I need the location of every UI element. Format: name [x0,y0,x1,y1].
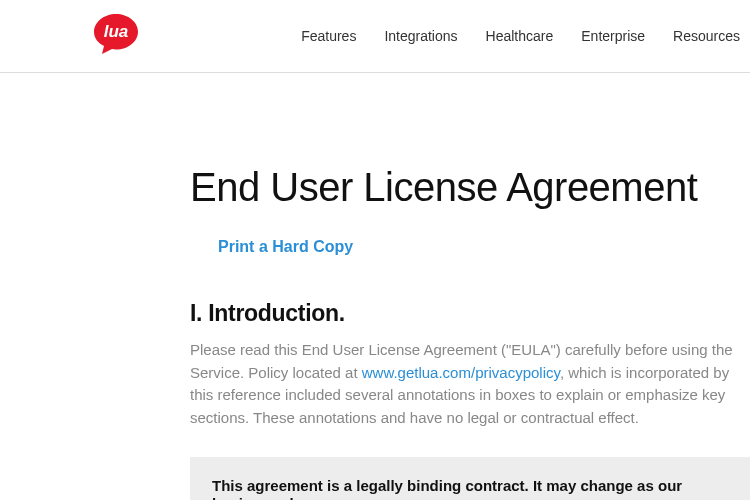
annotation-box: This agreement is a legally binding cont… [190,457,750,500]
nav-item-enterprise[interactable]: Enterprise [581,28,645,44]
header: lua Features Integrations Healthcare Ent… [0,0,750,73]
nav-item-features[interactable]: Features [301,28,356,44]
nav-item-healthcare[interactable]: Healthcare [486,28,554,44]
annotation-text: This agreement is a legally binding cont… [212,477,682,500]
nav: Features Integrations Healthcare Enterpr… [301,28,750,44]
content: End User License Agreement Print a Hard … [0,165,750,500]
privacy-policy-link[interactable]: www.getlua.com/privacypolicy [362,364,560,381]
print-link[interactable]: Print a Hard Copy [218,238,353,256]
section-heading-introduction: I. Introduction. [190,300,750,327]
intro-paragraph: Please read this End User License Agreem… [190,339,750,429]
page-title: End User License Agreement [190,165,750,210]
nav-item-integrations[interactable]: Integrations [384,28,457,44]
svg-text:lua: lua [104,22,129,41]
logo[interactable]: lua [90,12,142,60]
nav-item-resources[interactable]: Resources [673,28,740,44]
